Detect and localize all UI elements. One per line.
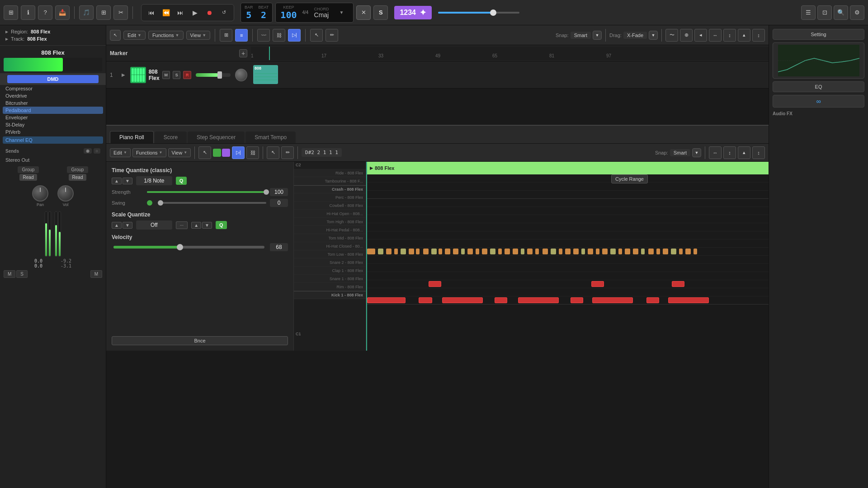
key-snare1[interactable]: Snare 1 - 808 Flex [294, 275, 366, 283]
pr-snap-chevron[interactable]: ▼ [692, 148, 701, 157]
pr-clip-view[interactable]: ▷| [232, 146, 245, 159]
fx-overdrive[interactable]: Overdrive [0, 92, 106, 99]
s-mode-btn[interactable]: S [373, 5, 388, 20]
808-region[interactable]: 808 [253, 65, 278, 84]
setting-btn[interactable]: Setting [773, 29, 864, 40]
list-view-btn[interactable]: ☰ [801, 5, 816, 20]
m-btn-bottom2[interactable]: M [90, 270, 102, 278]
pr-snap-val[interactable]: Smart [670, 149, 690, 156]
key-snare2[interactable]: Snare 2 - 808 Flex [294, 258, 366, 267]
pr-color-green[interactable] [213, 149, 221, 157]
cycle-btn[interactable]: ↺ [217, 6, 230, 19]
master-volume[interactable] [438, 12, 519, 14]
fader-track-l2[interactable] [48, 211, 51, 257]
key-cowbell[interactable]: Cowbell - 808 Flex [294, 202, 366, 210]
scale-arrow-down2[interactable]: ▼ [202, 222, 212, 229]
expand-h-btn[interactable]: ↔ [709, 29, 722, 42]
track-r-btn[interactable]: R [183, 71, 191, 79]
pan-knob[interactable] [32, 185, 48, 202]
pr-up-btn[interactable]: ▴ [738, 146, 750, 159]
scale-arrow-up[interactable]: ▲ [112, 222, 122, 229]
fx-ptverb[interactable]: PtVerb [0, 128, 106, 136]
clip-btn[interactable]: ▷| [288, 29, 301, 42]
track-s-btn[interactable]: S [173, 71, 180, 79]
volume-knob[interactable] [490, 9, 496, 16]
fx-st-delay[interactable]: St-Delay [0, 121, 106, 128]
pr-grid-area[interactable]: ▶ 808 Flex Cycle Range [366, 162, 769, 351]
pr-zoom-v[interactable]: ↕ [723, 146, 736, 159]
play-btn[interactable]: ▶ [189, 6, 201, 19]
pencil-tool-btn[interactable]: ✏ [326, 29, 338, 42]
scale-val-display[interactable]: Off [136, 221, 172, 230]
scale-arrow-up2[interactable]: ▲ [191, 222, 201, 229]
snap-value[interactable]: Smart [571, 32, 591, 39]
sends-toggle-on[interactable]: ◉ [84, 148, 92, 154]
vol-knob-ch[interactable] [57, 185, 74, 202]
group-btn[interactable]: Group [18, 166, 39, 173]
pr-resize-h[interactable]: ↔ [709, 146, 722, 159]
upper-back-btn[interactable]: ↖ [110, 30, 121, 41]
grid-btn[interactable]: ⊞ [96, 5, 111, 20]
read-btn-left[interactable]: Read [19, 174, 38, 181]
track-m-btn[interactable]: M [162, 71, 170, 79]
save-btn[interactable]: 📥 [55, 5, 70, 20]
waveform-btn[interactable]: 〰 [257, 29, 270, 42]
pr-cursor-tool[interactable]: ↖ [198, 146, 211, 159]
note-val-display[interactable]: 1/8 Note [136, 176, 172, 185]
q-btn-scale[interactable]: Q [216, 221, 227, 229]
region-row[interactable]: ▶ Region: 808 Flex [5, 28, 100, 35]
track-row-header[interactable]: ▶ Track: 808 Flex [5, 35, 100, 42]
info-btn[interactable]: ℹ [21, 5, 35, 20]
vel-slider[interactable] [113, 246, 264, 249]
pr-link-view[interactable]: ⛓ [246, 146, 259, 159]
scale-dots-btn[interactable]: ··· [176, 221, 188, 229]
vel-knob[interactable] [177, 244, 183, 250]
cursor-tool-btn[interactable]: ↖ [310, 29, 323, 42]
group-btn-right[interactable]: Group [67, 166, 89, 173]
scale-arrow-down[interactable]: ▼ [123, 222, 132, 229]
browser-btn[interactable]: ⊡ [817, 5, 832, 20]
sends-toggle-off[interactable]: ○ [94, 148, 100, 154]
key-rim[interactable]: Rim - 808 Flex [294, 283, 366, 291]
edit-menu-btn[interactable]: Edit ▼ [123, 31, 146, 40]
tab-step-sequencer[interactable]: Step Sequencer [188, 131, 245, 143]
dmd-btn[interactable]: DMD [7, 75, 99, 83]
pr-color-purple[interactable] [222, 149, 230, 157]
pr-pointer-tool[interactable]: ↖ [267, 146, 279, 159]
fx-pedalboard[interactable]: Pedalboard [3, 107, 103, 114]
key-hihat-pedal[interactable]: Hi-Hat Pedal - 808... [294, 226, 366, 234]
list-view-icon-btn[interactable]: ≡ [235, 29, 248, 42]
snap-chevron-btn[interactable]: ▼ [593, 31, 602, 40]
key-tom-low[interactable]: Tom Low - 808 Flex [294, 250, 366, 258]
functions-menu-btn[interactable]: Functions ▼ [148, 31, 184, 40]
swing-knob[interactable] [158, 200, 163, 206]
key-perc[interactable]: Perc - 808 Flex [294, 193, 366, 202]
key-ride[interactable]: Ride - 808 Flex [294, 169, 366, 177]
rewind-btn[interactable]: ⏮ [145, 6, 158, 19]
search-btn[interactable]: 🔍 [834, 5, 848, 20]
waveform-right-btn[interactable]: 〜 [665, 29, 678, 42]
track-vol-knob[interactable] [235, 69, 247, 81]
read-btn-right[interactable]: Read [69, 174, 87, 181]
q-btn-note[interactable]: Q [176, 177, 187, 185]
grid-view-btn[interactable]: ⊞ [220, 29, 232, 42]
fast-back-btn[interactable]: ⏪ [160, 6, 172, 19]
track-play-btn[interactable]: ▶ [119, 71, 127, 79]
track-fader-knob[interactable] [217, 71, 222, 79]
tab-smart-tempo[interactable]: Smart Tempo [245, 131, 296, 143]
key-tom-mid[interactable]: Tom Mid - 808 Flex [294, 234, 366, 242]
crosshair-btn[interactable]: ⊕ [680, 29, 693, 42]
scissors-btn[interactable]: ✂ [113, 5, 128, 20]
channel-fader-area[interactable] [4, 58, 102, 71]
pr-functions-btn[interactable]: Functions ▼ [132, 148, 166, 157]
marker-add-btn[interactable]: + [239, 49, 247, 57]
fader-track-r2[interactable] [58, 211, 61, 257]
key-kick1[interactable]: Kick 1 - 808 Flex [294, 291, 366, 299]
view-menu-btn[interactable]: View ▼ [186, 31, 211, 40]
up-arrow-btn[interactable]: ▴ [738, 29, 750, 42]
go-start-btn[interactable]: ⏭ [174, 6, 187, 19]
strength-slider[interactable] [147, 191, 266, 193]
volume-slider-track[interactable] [438, 12, 519, 14]
key-tambourine[interactable]: Tambourine - 808 F... [294, 177, 366, 185]
tab-score[interactable]: Score [155, 131, 187, 143]
